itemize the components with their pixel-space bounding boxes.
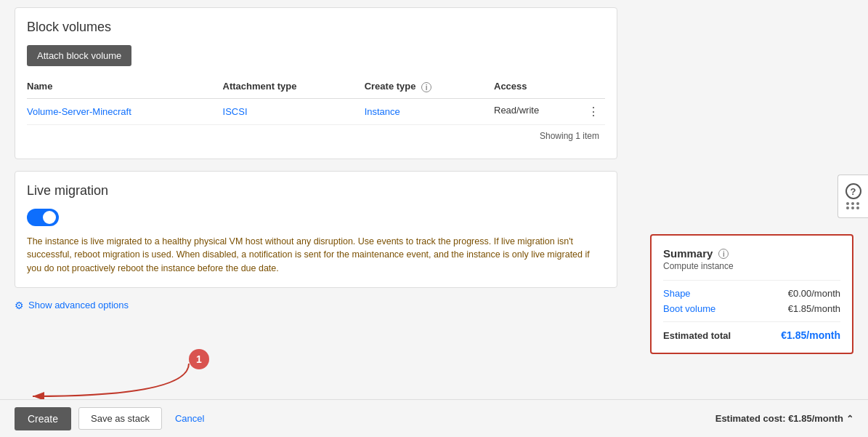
col-header-name: Name: [27, 75, 223, 98]
col-header-create-type: Create type i: [365, 75, 494, 98]
col-header-attachment-type: Attachment type: [223, 75, 365, 98]
advanced-options-container: ⚙ Show advanced options: [15, 300, 617, 311]
volume-name-link[interactable]: Volume-Server-Minecraft: [27, 106, 131, 117]
live-migration-toggle[interactable]: [27, 209, 59, 226]
summary-title: Summary: [663, 247, 713, 260]
create-type-info-icon[interactable]: i: [421, 82, 431, 92]
create-button[interactable]: Create: [15, 407, 71, 430]
live-migration-description: The instance is live migrated to a healt…: [27, 235, 593, 276]
live-migration-title: Live migration: [27, 183, 605, 199]
estimated-cost-text: Estimated cost: €1.85/month: [715, 413, 843, 424]
dot-4: [846, 207, 849, 209]
cancel-button[interactable]: Cancel: [169, 413, 210, 424]
col-header-access: Access: [494, 75, 605, 98]
showing-row: Showing 1 item: [27, 124, 605, 147]
summary-boot-value: €1.85/month: [788, 303, 840, 314]
summary-total-label: Estimated total: [663, 330, 731, 341]
volume-name-cell: Volume-Server-Minecraft: [27, 98, 223, 124]
summary-total-row: Estimated total €1.85/month: [663, 329, 840, 341]
live-migration-card: Live migration The instance is live migr…: [15, 171, 617, 288]
summary-boot-row: Boot volume €1.85/month: [663, 303, 840, 314]
main-content: Block volumes Attach block volume Name A…: [0, 0, 632, 311]
chevron-up-icon[interactable]: ⌃: [846, 414, 853, 424]
summary-divider-bottom: [663, 321, 840, 322]
summary-subtitle: Compute instance: [663, 261, 840, 271]
summary-panel: Summary i Compute instance Shape €0.00/m…: [650, 234, 853, 354]
summary-shape-row: Shape €0.00/month: [663, 288, 840, 299]
show-advanced-options-link[interactable]: Show advanced options: [28, 300, 129, 310]
access-cell: Read/write ⋮: [494, 98, 605, 124]
dot-6: [856, 207, 859, 209]
live-migration-toggle-container: [27, 209, 605, 226]
estimated-cost-bar: Estimated cost: €1.85/month ⌃: [715, 413, 853, 424]
dot-3: [856, 202, 859, 205]
table-row: Volume-Server-Minecraft ISCSI Instance R…: [27, 98, 605, 124]
row-actions-icon[interactable]: ⋮: [588, 105, 599, 119]
dot-5: [851, 207, 854, 209]
attach-block-volume-button[interactable]: Attach block volume: [27, 45, 131, 66]
dot-2: [851, 202, 854, 205]
summary-info-icon[interactable]: i: [718, 249, 729, 259]
summary-divider-top: [663, 280, 840, 281]
summary-total-value: €1.85/month: [781, 329, 840, 341]
dot-1: [846, 202, 849, 205]
bottom-bar: Create Save as stack Cancel Estimated co…: [0, 399, 868, 437]
showing-count: Showing 1 item: [27, 124, 605, 147]
block-volumes-card: Block volumes Attach block volume Name A…: [15, 7, 617, 159]
help-dots: [846, 202, 860, 209]
summary-shape-label: Shape: [663, 288, 691, 299]
settings-icon: ⚙: [15, 300, 24, 311]
help-icon: ?: [845, 183, 861, 199]
summary-boot-label: Boot volume: [663, 303, 715, 314]
toggle-thumb: [43, 211, 56, 224]
summary-title-container: Summary i: [663, 247, 840, 260]
save-stack-button[interactable]: Save as stack: [78, 407, 162, 430]
attachment-type-cell: ISCSI: [223, 98, 365, 124]
create-type-cell: Instance: [365, 98, 494, 124]
help-widget[interactable]: ?: [837, 175, 868, 218]
block-volumes-table: Name Attachment type Create type i Acces…: [27, 75, 605, 147]
summary-shape-value: €0.00/month: [788, 288, 840, 299]
block-volumes-title: Block volumes: [27, 20, 605, 35]
